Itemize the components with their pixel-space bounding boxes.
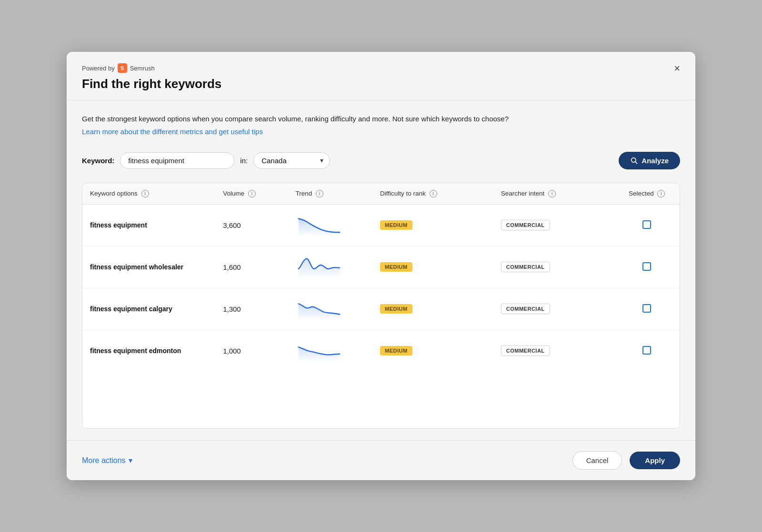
brand-name: Semrush xyxy=(130,65,155,72)
trend-cell-2 xyxy=(288,288,372,330)
difficulty-cell-2: MEDIUM xyxy=(372,288,493,330)
intent-cell-0: COMMERCIAL xyxy=(493,204,614,246)
powered-by: Powered by S Semrush xyxy=(82,63,680,73)
volume-info-icon[interactable]: i xyxy=(248,190,256,197)
keyword-cell-2: fitness equipment calgary xyxy=(82,288,215,330)
modal-body: Get the strongest keyword options when y… xyxy=(67,100,695,429)
search-icon xyxy=(630,157,638,164)
selected-cell-0[interactable] xyxy=(614,204,680,246)
more-actions-button[interactable]: More actions ▾ xyxy=(82,456,132,465)
modal-footer: More actions ▾ Cancel Apply xyxy=(67,440,695,480)
col-header-selected: Selected i xyxy=(614,183,680,205)
col-header-trend: Trend i xyxy=(288,183,372,205)
difficulty-badge-0: MEDIUM xyxy=(380,220,412,230)
keyword-cell-3: fitness equipment edmonton xyxy=(82,330,215,372)
in-label: in: xyxy=(240,157,248,165)
keyword-name-2: fitness equipment calgary xyxy=(90,305,172,313)
difficulty-info-icon[interactable]: i xyxy=(430,190,437,197)
analyze-label: Analyze xyxy=(642,157,669,165)
col-header-volume: Volume i xyxy=(215,183,288,205)
select-checkbox-1[interactable] xyxy=(642,262,651,271)
modal-title: Find the right keywords xyxy=(82,77,680,91)
country-select[interactable]: Canada United States United Kingdom xyxy=(253,152,330,169)
keyword-name-3: fitness equipment edmonton xyxy=(90,347,181,355)
col-header-intent: Searcher intent i xyxy=(493,183,614,205)
volume-cell-1: 1,600 xyxy=(215,246,288,288)
select-checkbox-3[interactable] xyxy=(642,346,651,355)
keyword-cell-1: fitness equipment wholesaler xyxy=(82,246,215,288)
description-text: Get the strongest keyword options when y… xyxy=(82,114,680,125)
chevron-down-icon: ▾ xyxy=(129,456,132,465)
svg-line-1 xyxy=(635,162,637,164)
keyword-input[interactable] xyxy=(120,152,234,169)
intent-badge-3: COMMERCIAL xyxy=(501,345,550,356)
apply-button[interactable]: Apply xyxy=(630,452,680,469)
intent-info-icon[interactable]: i xyxy=(548,190,556,197)
trend-cell-3 xyxy=(288,330,372,372)
difficulty-badge-3: MEDIUM xyxy=(380,346,412,355)
modal: Powered by S Semrush Find the right keyw… xyxy=(67,52,695,480)
volume-cell-2: 1,300 xyxy=(215,288,288,330)
difficulty-badge-1: MEDIUM xyxy=(380,262,412,272)
difficulty-cell-0: MEDIUM xyxy=(372,204,493,246)
table-body: fitness equipment 3,600 MEDIUM COMMERCIA… xyxy=(82,204,680,372)
select-checkbox-2[interactable] xyxy=(642,304,651,313)
table-header-row: Keyword options i Volume i Trend i xyxy=(82,183,680,205)
table-row: fitness equipment edmonton 1,000 MEDIUM … xyxy=(82,330,680,372)
keyword-table: Keyword options i Volume i Trend i xyxy=(82,183,680,372)
table-row: fitness equipment wholesaler 1,600 MEDIU… xyxy=(82,246,680,288)
close-button[interactable]: × xyxy=(672,61,682,76)
search-bar: Keyword: in: Canada United States United… xyxy=(82,147,680,174)
table-scroll[interactable]: Keyword options i Volume i Trend i xyxy=(82,183,680,372)
difficulty-cell-3: MEDIUM xyxy=(372,330,493,372)
powered-by-text: Powered by xyxy=(82,65,115,72)
selected-cell-2[interactable] xyxy=(614,288,680,330)
keyword-name-0: fitness equipment xyxy=(90,221,147,229)
learn-more-link[interactable]: Learn more about the different metrics a… xyxy=(82,128,680,136)
volume-cell-3: 1,000 xyxy=(215,330,288,372)
col-header-difficulty: Difficulty to rank i xyxy=(372,183,493,205)
col-header-keyword: Keyword options i xyxy=(82,183,215,205)
trend-cell-1 xyxy=(288,246,372,288)
trend-info-icon[interactable]: i xyxy=(316,190,323,197)
footer-actions: Cancel Apply xyxy=(572,451,680,470)
difficulty-badge-2: MEDIUM xyxy=(380,304,412,314)
volume-cell-0: 3,600 xyxy=(215,204,288,246)
keyword-table-container: Keyword options i Volume i Trend i xyxy=(82,183,680,429)
semrush-icon: S xyxy=(118,63,127,73)
cancel-button[interactable]: Cancel xyxy=(572,451,622,470)
intent-cell-1: COMMERCIAL xyxy=(493,246,614,288)
intent-cell-3: COMMERCIAL xyxy=(493,330,614,372)
intent-cell-2: COMMERCIAL xyxy=(493,288,614,330)
keyword-info-icon[interactable]: i xyxy=(141,190,149,197)
selected-info-icon[interactable]: i xyxy=(657,190,665,197)
modal-header: Powered by S Semrush Find the right keyw… xyxy=(67,52,695,100)
keyword-name-1: fitness equipment wholesaler xyxy=(90,263,183,271)
selected-cell-3[interactable] xyxy=(614,330,680,372)
table-row: fitness equipment calgary 1,300 MEDIUM C… xyxy=(82,288,680,330)
intent-badge-0: COMMERCIAL xyxy=(501,220,550,230)
selected-cell-1[interactable] xyxy=(614,246,680,288)
more-actions-label: More actions xyxy=(82,456,126,465)
trend-cell-0 xyxy=(288,204,372,246)
modal-overlay: Powered by S Semrush Find the right keyw… xyxy=(0,0,762,532)
intent-badge-2: COMMERCIAL xyxy=(501,304,550,314)
analyze-button[interactable]: Analyze xyxy=(619,152,680,169)
country-select-wrapper[interactable]: Canada United States United Kingdom xyxy=(253,152,330,169)
difficulty-cell-1: MEDIUM xyxy=(372,246,493,288)
keyword-label: Keyword: xyxy=(82,157,114,165)
intent-badge-1: COMMERCIAL xyxy=(501,262,550,272)
keyword-cell-0: fitness equipment xyxy=(82,204,215,246)
select-checkbox-0[interactable] xyxy=(642,220,651,229)
table-row: fitness equipment 3,600 MEDIUM COMMERCIA… xyxy=(82,204,680,246)
